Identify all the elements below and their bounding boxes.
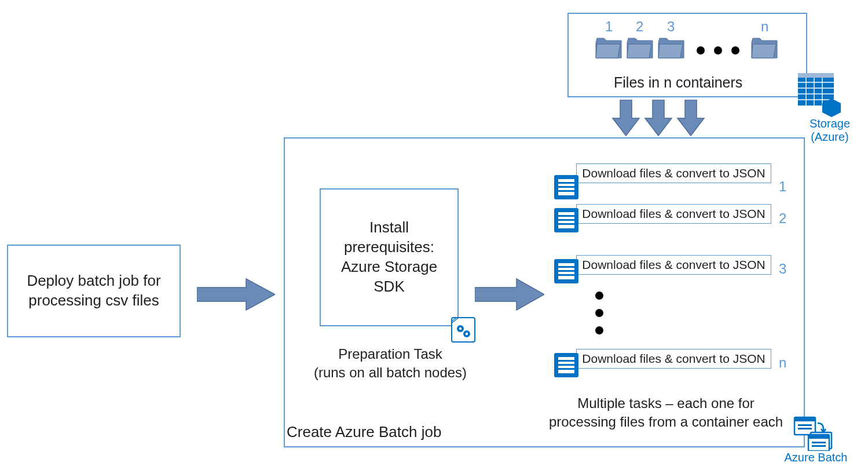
folder-icon: [657, 37, 685, 60]
svg-rect-42: [812, 442, 826, 443]
install-box: Install prerequisites: Azure Storage SDK: [320, 188, 459, 326]
task-number: 3: [779, 261, 786, 277]
svg-rect-23: [558, 364, 574, 366]
arrow-right-icon: [197, 277, 275, 312]
task-number: n: [779, 355, 786, 371]
ellipsis-dot: [697, 46, 705, 54]
task-row-text: Download files & convert to JSON: [582, 166, 765, 180]
task-row-text: Download files & convert to JSON: [582, 352, 765, 366]
svg-rect-37: [798, 424, 812, 426]
container-number: 1: [605, 19, 613, 35]
tasks-caption: Multiple tasks – each one for processing…: [544, 394, 788, 432]
svg-point-4: [466, 333, 468, 335]
ellipsis-dot: [714, 46, 722, 54]
ellipsis-dot: [595, 292, 603, 300]
svg-rect-12: [558, 215, 574, 217]
azure-batch-icon: [792, 415, 834, 451]
svg-rect-8: [558, 186, 574, 188]
ellipsis-dot: [731, 46, 739, 54]
task-row: Download files & convert to JSON: [576, 163, 771, 183]
svg-rect-17: [558, 266, 574, 268]
arrow-down-icon: [611, 100, 640, 137]
azure-storage-label: Storage (Azure): [789, 117, 868, 144]
task-row: Download files & convert to JSON: [576, 204, 771, 224]
folder-icon: [626, 37, 654, 60]
svg-rect-41: [808, 435, 829, 439]
container-number: 3: [667, 19, 675, 35]
install-text: Install prerequisites: Azure Storage SDK: [327, 218, 452, 296]
azure-storage-icon: [798, 73, 843, 118]
arrow-down-icon: [644, 100, 673, 137]
batch-job-label: Create Azure Batch job: [287, 423, 441, 441]
document-icon: [553, 258, 580, 285]
preparation-caption: Preparation Task (runs on all batch node…: [290, 345, 491, 383]
svg-rect-19: [558, 274, 574, 276]
task-number: 2: [779, 210, 786, 227]
svg-rect-22: [558, 360, 574, 362]
task-row-text: Download files & convert to JSON: [582, 207, 765, 221]
files-containers-label: Files in n containers: [614, 74, 742, 91]
svg-rect-24: [558, 368, 574, 370]
gear-icon: [451, 316, 476, 343]
svg-rect-36: [794, 417, 815, 421]
svg-rect-18: [558, 270, 574, 272]
svg-rect-26: [798, 73, 834, 78]
folder-icon: [750, 37, 778, 60]
svg-rect-43: [812, 445, 826, 447]
folder-icon: [595, 37, 622, 60]
container-number: 2: [636, 19, 643, 35]
svg-rect-7: [558, 182, 574, 184]
deploy-text: Deploy batch job for processing csv file…: [19, 271, 169, 311]
azure-batch-label: Azure Batch: [784, 451, 848, 464]
task-row-text: Download files & convert to JSON: [582, 258, 765, 272]
svg-rect-13: [558, 219, 574, 221]
document-icon: [553, 352, 580, 378]
task-row: Download files & convert to JSON: [576, 255, 771, 275]
container-number: n: [761, 19, 768, 35]
task-row: Download files & convert to JSON: [576, 349, 771, 369]
svg-rect-14: [558, 223, 574, 225]
ellipsis-dot: [595, 326, 603, 334]
document-icon: [553, 207, 580, 234]
arrow-down-icon: [676, 100, 705, 137]
arrow-right-icon: [475, 277, 544, 312]
deploy-box: Deploy batch job for processing csv file…: [7, 245, 181, 337]
svg-rect-9: [558, 190, 574, 192]
svg-rect-38: [798, 428, 812, 429]
document-icon: [553, 174, 580, 201]
task-number: 1: [779, 179, 786, 195]
svg-point-2: [459, 327, 462, 330]
ellipsis-dot: [595, 309, 603, 317]
